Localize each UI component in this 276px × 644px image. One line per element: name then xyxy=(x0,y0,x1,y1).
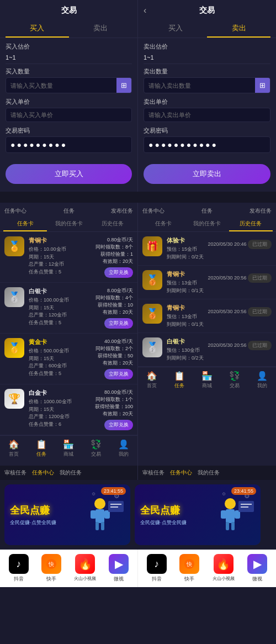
svg-rect-17 xyxy=(238,501,254,512)
home-icon-right: 🏠 xyxy=(146,371,157,381)
gold-detail: 价格：500.00金币周期：15天总产量：600金币任务点赞量：5 xyxy=(29,347,95,377)
my-task-right: 我的任务 xyxy=(198,469,220,477)
experience-icon: 🎁 xyxy=(142,236,162,256)
promo-sub-left: 全民促赚·点赞全民赚 xyxy=(10,519,86,526)
bronze-name: 青铜卡 xyxy=(29,236,95,245)
task-tab-my[interactable]: 我的任务卡 xyxy=(47,217,91,231)
svg-rect-5 xyxy=(101,522,104,530)
mine-icon-right: 👤 xyxy=(257,371,268,381)
platinum-exchange-btn[interactable]: 立即兑换 xyxy=(104,420,133,430)
tab-sell[interactable]: 卖出 xyxy=(69,20,132,38)
svg-point-0 xyxy=(94,498,105,509)
silver-exchange-btn[interactable]: 立即兑换 xyxy=(104,318,133,329)
silver-icon: 🥈 xyxy=(4,287,24,307)
nav-home-left[interactable]: 🏠 首页 xyxy=(0,439,28,458)
price-label: 买入单价 xyxy=(6,98,132,106)
tab-sell-right[interactable]: 卖出 xyxy=(207,20,270,38)
nav-trade-right[interactable]: 💱 交易 xyxy=(221,371,248,389)
promo-figure-svg-left: ⚙ ⚙ xyxy=(86,490,125,540)
promo-figure-left: ⚙ ⚙ xyxy=(86,490,125,540)
expired-badge-2: 已过期 xyxy=(248,273,272,283)
task-card-platinum: 🏆 白金卡 价格：1000.00金币周期：15天总产量：1200金币任务点赞量：… xyxy=(0,384,137,435)
publish-task-label-right[interactable]: 发布任务 xyxy=(250,207,272,215)
hist-card-bronze2: 🥉 青铜卡 预估：13金币到期时间：0/1天 2020/05/30 20:56 … xyxy=(138,299,276,333)
sell-quantity-stepper[interactable]: ⊞ xyxy=(255,78,270,93)
app-kuaishou-left[interactable]: 快 快手 xyxy=(41,554,61,583)
kuaishou-label-left: 快手 xyxy=(46,576,56,583)
nav-trade-left[interactable]: 💱 交易 xyxy=(82,439,110,458)
silver-info: 白银卡 价格：100.00金币周期：15天总产量：120金币任务点赞量：5 xyxy=(29,287,95,326)
svg-rect-15 xyxy=(226,522,229,530)
task-row: 任务中心 任务 发布任务 任务卡 我的任务卡 历史任务 🏅 青铜卡 价格：10.… xyxy=(0,203,276,466)
svg-text:快: 快 xyxy=(48,561,54,567)
svg-text:⚙: ⚙ xyxy=(92,492,95,497)
task-panel-right: 任务中心 任务 发布任务 任务卡 我的任务卡 历史任务 🎁 体验卡 预估：15金… xyxy=(138,203,276,466)
hist-tab-card[interactable]: 任务卡 xyxy=(141,217,185,231)
hist-tab-history[interactable]: 历史任务 xyxy=(229,217,273,231)
sub-header-left: 审核任务 任务中心 我的任务 xyxy=(0,466,138,480)
nav-mine-left[interactable]: 👤 我的 xyxy=(110,439,137,458)
task-card-bronze: 🏅 青铜卡 价格：10.00金币周期：15天总产量：12金币任务点赞量：5 0.… xyxy=(0,232,137,283)
app-weishi-right[interactable]: ▶ 微视 xyxy=(247,554,267,583)
sell-panel-title: 交易 xyxy=(199,6,215,15)
gold-info: 黄金卡 价格：500.00金币周期：15天总产量：600金币任务点赞量：5 xyxy=(29,338,95,377)
app-douyin-left[interactable]: ♪ 抖音 xyxy=(9,554,29,583)
kuaishou-icon-right: 快 xyxy=(179,554,199,574)
price-input[interactable] xyxy=(6,108,131,122)
app-douyin-right[interactable]: ♪ 抖音 xyxy=(147,554,167,583)
back-icon[interactable]: ‹ xyxy=(144,6,146,15)
app-huoshan-right[interactable]: 🔥 火山小视频 xyxy=(213,554,235,583)
huoshan-label-right: 火山小视频 xyxy=(213,576,235,582)
experience-detail: 预估：15金币到期时间：0/2天 xyxy=(167,246,208,261)
task-center-sub-left[interactable]: 任务中心 xyxy=(32,469,54,477)
huoshan-label-left: 火山小视频 xyxy=(74,576,96,582)
app-weishi-left[interactable]: ▶ 微视 xyxy=(109,554,129,583)
nav-shop-right[interactable]: 🏪 商城 xyxy=(193,371,221,389)
nav-home-right[interactable]: 🏠 首页 xyxy=(138,371,166,389)
quantity-stepper[interactable]: ⊞ xyxy=(116,78,131,93)
huoshan-icon-right: 🔥 xyxy=(214,554,233,574)
sell-price-input[interactable] xyxy=(144,108,270,122)
gold-icon: 🥇 xyxy=(4,338,24,358)
nav-shop-left[interactable]: 🏪 商城 xyxy=(55,439,83,458)
spacer-1 xyxy=(0,192,276,203)
tab-buy-right[interactable]: 买入 xyxy=(144,20,207,38)
hist-silver-info: 白银卡 预估：130金币到期时间：0/2天 xyxy=(167,337,208,362)
apps-right: ♪ 抖音 快 快手 🔥 火山小视频 ▶ 微视 xyxy=(138,550,276,587)
platinum-info: 白金卡 价格：1000.00金币周期：15天总产量：1200金币任务点赞量：6 xyxy=(29,389,95,428)
hist-bronze1-icon: 🥉 xyxy=(142,270,162,290)
buy-panel: 交易 买入 卖出 买入估价 1~1 买入数量 ⊞ 买入单价 交易密码 ●●●●●… xyxy=(0,0,138,192)
task-center-label-right: 任务中心 xyxy=(142,207,164,215)
promo-card-left: 全民点赚 全民促赚·点赞全民赚 ⚙ ⚙ 23:41:55 xyxy=(4,484,130,545)
buy-submit-button[interactable]: 立即买入 xyxy=(6,164,132,184)
hist-tab-my[interactable]: 我的任务卡 xyxy=(185,217,229,231)
app-huoshan-left[interactable]: 🔥 火山小视频 xyxy=(74,554,96,583)
task-tab-card[interactable]: 任务卡 xyxy=(3,217,47,231)
promo-text-left: 全民点赚 全民促赚·点赞全民赚 xyxy=(10,504,86,526)
sell-submit-button[interactable]: 立即卖出 xyxy=(144,164,270,184)
gold-name: 黄金卡 xyxy=(29,338,95,346)
quantity-input[interactable] xyxy=(6,79,116,92)
publish-task-label[interactable]: 发布任务 xyxy=(111,207,133,215)
gold-exchange-btn[interactable]: 立即兑换 xyxy=(104,369,133,379)
sell-quantity-label: 卖出数量 xyxy=(144,67,270,76)
task-label-right: 任务 xyxy=(201,207,213,215)
tab-buy[interactable]: 买入 xyxy=(6,20,69,38)
task-panel-left: 任务中心 任务 发布任务 任务卡 我的任务卡 历史任务 🏅 青铜卡 价格：10.… xyxy=(0,203,138,466)
task-tab-history[interactable]: 历史任务 xyxy=(91,217,134,231)
nav-mine-right[interactable]: 👤 我的 xyxy=(248,371,276,389)
promo-figure-right: ⚙ ⚙ xyxy=(216,490,255,540)
task-icon-right: 📋 xyxy=(174,371,185,381)
nav-task-left[interactable]: 📋 任务 xyxy=(28,439,55,458)
silver-right: 8.00金币/天 同时领取数：4个 获得经验量：10 有效期：20天 立即兑换 xyxy=(95,287,133,329)
task-center-sub-right[interactable]: 任务中心 xyxy=(170,469,192,477)
nav-task-right[interactable]: 📋 任务 xyxy=(166,371,193,389)
home-icon: 🏠 xyxy=(8,439,19,450)
apps-row: ♪ 抖音 快 快手 🔥 火山小视频 ▶ 微视 ♪ 抖音 快 快手 xyxy=(0,550,276,587)
bronze-exchange-btn[interactable]: 立即兑换 xyxy=(104,267,133,278)
sell-quantity-input[interactable] xyxy=(144,79,255,92)
app-kuaishou-right[interactable]: 快 快手 xyxy=(179,554,199,583)
audit-task-right: 审核任务 xyxy=(142,469,164,477)
task-icon: 📋 xyxy=(36,439,47,450)
hist-card-bronze1: 🥉 青铜卡 预估：13金币到期时间：0/1天 2020/05/30 20:56 … xyxy=(138,266,276,299)
